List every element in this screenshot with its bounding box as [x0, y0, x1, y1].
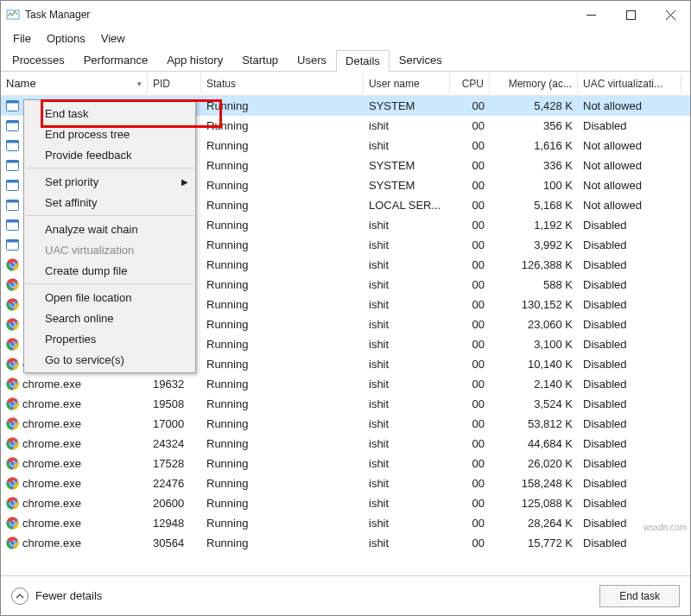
cell-cpu: 00 — [450, 177, 490, 194]
cell-status: Running — [201, 276, 364, 293]
ctx-end-process-tree[interactable]: End process tree — [24, 124, 195, 144]
table-row[interactable]: chrome.exe19632Runningishit002,140 KDisa… — [1, 374, 690, 394]
process-grid[interactable]: End task End process tree Provide feedba… — [1, 96, 690, 575]
table-row[interactable]: chrome.exe22476Runningishit00158,248 KDi… — [1, 473, 690, 493]
table-row[interactable]: chrome.exe30564Runningishit0015,772 KDis… — [1, 533, 690, 553]
ctx-go-to-services[interactable]: Go to service(s) — [24, 349, 195, 370]
cell-pid: 19508 — [148, 396, 201, 412]
ctx-open-file-location[interactable]: Open file location — [24, 287, 195, 308]
cell-name: chrome.exe — [1, 435, 148, 452]
fewer-details-link[interactable]: Fewer details — [35, 589, 102, 602]
tab-processes[interactable]: Processes — [3, 49, 74, 71]
end-task-button[interactable]: End task — [599, 585, 680, 607]
cell-pid: 17528 — [148, 455, 201, 472]
column-header-pid[interactable]: PID — [148, 74, 201, 93]
table-row[interactable]: chrome.exe12948Runningishit0028,264 KDis… — [1, 513, 690, 533]
cell-user: ishit — [364, 296, 450, 313]
cell-cpu: 00 — [450, 217, 490, 233]
tab-app-history[interactable]: App history — [157, 49, 232, 71]
menu-file[interactable]: File — [6, 30, 38, 47]
cell-memory: 26,020 K — [490, 455, 578, 472]
cell-uac: Disabled — [578, 356, 681, 372]
cell-cpu: 00 — [450, 117, 490, 134]
table-row[interactable]: chrome.exe17528Runningishit0026,020 KDis… — [1, 454, 690, 473]
cell-user: SYSTEM — [364, 98, 450, 114]
cell-memory: 336 K — [490, 157, 578, 174]
svg-rect-10 — [7, 141, 19, 143]
chrome-icon — [6, 397, 19, 410]
ctx-set-affinity[interactable]: Set affinity — [24, 192, 195, 213]
cell-user: SYSTEM — [364, 177, 450, 194]
ctx-item-label: Set priority — [45, 175, 98, 188]
ctx-set-priority[interactable]: Set priority ▶ — [24, 171, 195, 192]
cell-user: ishit — [364, 356, 450, 372]
cell-memory: 5,168 K — [490, 197, 578, 213]
table-row[interactable]: chrome.exe20600Runningishit00125,088 KDi… — [1, 493, 690, 513]
chrome-icon — [6, 318, 19, 331]
table-row[interactable]: chrome.exe24324Runningishit0044,684 KDis… — [1, 434, 690, 454]
cell-pid: 22476 — [148, 475, 201, 492]
cell-user: ishit — [364, 455, 450, 472]
ctx-create-dump-file[interactable]: Create dump file — [24, 260, 195, 281]
cell-status: Running — [201, 316, 364, 333]
column-header-name[interactable]: Name ▾ — [1, 73, 148, 93]
cell-user: ishit — [364, 435, 450, 452]
ctx-end-task[interactable]: End task — [24, 103, 195, 124]
tab-startup[interactable]: Startup — [232, 49, 288, 71]
column-header-user[interactable]: User name — [364, 74, 450, 93]
close-button[interactable] — [650, 1, 690, 29]
ctx-search-online[interactable]: Search online — [24, 308, 195, 328]
svg-rect-14 — [7, 181, 19, 183]
cell-status: Running — [201, 336, 364, 352]
cell-memory: 100 K — [490, 177, 578, 194]
cell-cpu: 00 — [450, 237, 490, 253]
cell-cpu: 00 — [450, 535, 490, 551]
cell-memory: 588 K — [490, 276, 578, 293]
title-bar: Task Manager — [1, 1, 690, 29]
window-icon — [6, 139, 19, 152]
tab-details[interactable]: Details — [336, 50, 390, 72]
menu-bar: File Options View — [1, 29, 690, 48]
ctx-properties[interactable]: Properties — [24, 328, 195, 349]
cell-cpu: 00 — [450, 98, 490, 114]
column-header-cpu[interactable]: CPU — [450, 74, 490, 93]
window-icon — [6, 159, 19, 172]
table-row[interactable]: chrome.exe17000Runningishit0053,812 KDis… — [1, 414, 690, 434]
column-header-memory[interactable]: Memory (ac... — [490, 74, 578, 93]
cell-status: Running — [201, 237, 364, 253]
cell-cpu: 00 — [450, 455, 490, 472]
cell-pid: 20600 — [148, 495, 201, 511]
svg-rect-6 — [7, 101, 19, 104]
cell-pid: 12948 — [148, 515, 201, 531]
column-header-uac[interactable]: UAC virtualizati... — [578, 74, 681, 93]
cell-status: Running — [201, 475, 364, 492]
chrome-icon — [6, 457, 19, 470]
cell-memory: 1,192 K — [490, 217, 578, 233]
ctx-provide-feedback[interactable]: Provide feedback — [24, 144, 195, 165]
menu-options[interactable]: Options — [40, 30, 92, 47]
cell-cpu: 00 — [450, 515, 490, 531]
cell-cpu: 00 — [450, 376, 490, 392]
cell-memory: 126,388 K — [490, 257, 578, 273]
cell-user: SYSTEM — [364, 157, 450, 174]
cell-memory: 53,812 K — [490, 416, 578, 432]
cell-status: Running — [201, 217, 364, 233]
cell-uac: Not allowed — [578, 157, 681, 174]
column-header-status[interactable]: Status — [201, 74, 364, 93]
maximize-button[interactable] — [611, 1, 650, 29]
tab-users[interactable]: Users — [288, 49, 336, 71]
tab-bar: ProcessesPerformanceApp historyStartupUs… — [1, 48, 690, 72]
cell-memory: 356 K — [490, 117, 578, 134]
tab-performance[interactable]: Performance — [74, 49, 157, 71]
chrome-icon — [6, 278, 19, 291]
table-row[interactable]: chrome.exe19508Runningishit003,524 KDisa… — [1, 394, 690, 414]
chevron-up-icon[interactable] — [11, 587, 29, 605]
minimize-button[interactable] — [571, 1, 611, 29]
menu-view[interactable]: View — [94, 30, 132, 47]
tab-services[interactable]: Services — [390, 49, 452, 71]
cell-status: Running — [201, 296, 364, 313]
cell-user: ishit — [364, 495, 450, 511]
cell-status: Running — [201, 515, 364, 531]
cell-cpu: 00 — [450, 197, 490, 213]
ctx-analyze-wait-chain[interactable]: Analyze wait chain — [24, 219, 195, 239]
